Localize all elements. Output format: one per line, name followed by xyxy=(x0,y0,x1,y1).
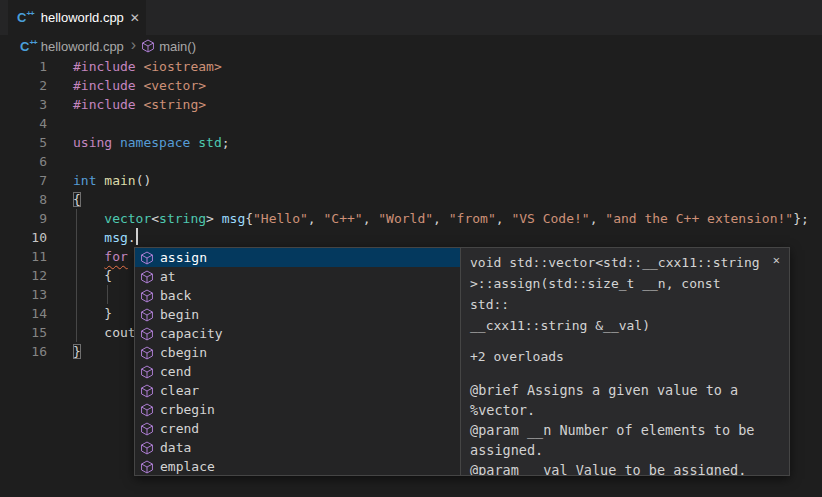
suggest-item-label: crbegin xyxy=(160,402,215,417)
symbol-method-icon xyxy=(139,269,155,285)
code-line[interactable]: 5using namespace std; xyxy=(0,133,822,152)
tab-bar: C++ helloworld.cpp ✕ xyxy=(0,0,822,35)
suggest-item-cend[interactable]: cend xyxy=(135,362,460,381)
symbol-method-icon xyxy=(139,440,155,456)
cpp-file-icon: C++ xyxy=(20,40,37,53)
symbol-method-icon xyxy=(139,383,155,399)
code-text: for xyxy=(73,247,128,266)
suggest-widget: assign at back begin capacity cbegin cen… xyxy=(134,247,790,476)
line-number: 8 xyxy=(0,190,47,209)
line-number: 11 xyxy=(0,247,47,266)
vscode-window: C++ helloworld.cpp ✕ C++ helloworld.cpp … xyxy=(0,0,822,497)
code-text: using namespace std; xyxy=(73,133,230,152)
symbol-method-icon xyxy=(139,402,155,418)
cpp-icon-plus: ++ xyxy=(29,39,36,47)
code-text: msg. xyxy=(73,228,138,247)
symbol-method-icon xyxy=(139,345,155,361)
suggest-item-back[interactable]: back xyxy=(135,286,460,305)
symbol-method-icon xyxy=(139,421,155,437)
suggest-item-emplace[interactable]: emplace xyxy=(135,457,460,475)
suggest-list: assign at back begin capacity cbegin cen… xyxy=(135,248,461,475)
line-number: 9 xyxy=(0,209,47,228)
code-text: } xyxy=(73,342,81,361)
suggest-item-label: cbegin xyxy=(160,345,207,360)
code-text: cout xyxy=(73,323,136,342)
overloads-link[interactable]: +2 overloads xyxy=(470,349,763,364)
suggest-item-capacity[interactable]: capacity xyxy=(135,324,460,343)
indent-guide xyxy=(76,209,77,342)
code-line[interactable]: 10 msg. xyxy=(0,228,822,247)
suggest-item-label: begin xyxy=(160,307,199,322)
code-line[interactable]: 9 vector<string> msg{"Hello", "C++", "Wo… xyxy=(0,209,822,228)
code-text: } xyxy=(73,304,112,323)
line-number: 13 xyxy=(0,285,47,304)
symbol-method-icon xyxy=(139,364,155,380)
code-editor[interactable]: 1#include <iostream>2#include <vector>3#… xyxy=(0,57,822,497)
suggest-item-label: capacity xyxy=(160,326,223,341)
signature-line: __cxx11::string &__val) xyxy=(470,315,763,336)
suggest-docs-panel: ✕ void std::vector<std::__cxx11::string>… xyxy=(461,248,789,475)
line-number: 5 xyxy=(0,133,47,152)
symbol-method-icon xyxy=(139,459,155,475)
code-text: #include <vector> xyxy=(73,76,206,95)
suggest-item-cbegin[interactable]: cbegin xyxy=(135,343,460,362)
code-text: #include <string> xyxy=(73,95,206,114)
cpp-file-icon: C++ xyxy=(17,11,34,24)
suggest-item-label: assign xyxy=(160,250,207,265)
code-line[interactable]: 7int main() xyxy=(0,171,822,190)
cpp-icon-plus: ++ xyxy=(26,10,33,18)
symbol-method-icon xyxy=(139,326,155,342)
line-number: 15 xyxy=(0,323,47,342)
tab-helloworld-cpp[interactable]: C++ helloworld.cpp ✕ xyxy=(8,0,146,35)
line-number: 3 xyxy=(0,95,47,114)
symbol-method-icon xyxy=(139,250,155,266)
code-line[interactable]: 8{ xyxy=(0,190,822,209)
docs-line: @param __val Value to be assigned. xyxy=(470,460,763,475)
cpp-icon-letter: C xyxy=(17,11,26,24)
suggest-item-assign[interactable]: assign xyxy=(135,248,460,267)
chevron-right-icon: › xyxy=(131,36,136,54)
suggest-item-data[interactable]: data xyxy=(135,438,460,457)
code-text: { xyxy=(73,190,81,209)
breadcrumb-file[interactable]: helloworld.cpp xyxy=(41,39,124,54)
suggest-item-begin[interactable]: begin xyxy=(135,305,460,324)
line-number: 2 xyxy=(0,76,47,95)
suggest-item-label: data xyxy=(160,440,191,455)
symbol-method-icon xyxy=(139,288,155,304)
code-text: int main() xyxy=(73,171,151,190)
suggest-item-label: at xyxy=(160,269,176,284)
text-cursor xyxy=(136,228,138,245)
signature-line: void std::vector<std::__cxx11::string xyxy=(470,252,763,273)
line-number: 16 xyxy=(0,342,47,361)
code-text: vector<string> msg{"Hello", "C++", "Worl… xyxy=(73,209,809,228)
indent-guide xyxy=(107,285,108,304)
suggest-docs-body: @brief Assigns a given value to a %vecto… xyxy=(470,380,763,475)
line-number: 1 xyxy=(0,57,47,76)
symbol-method-icon xyxy=(141,39,155,53)
code-text: { xyxy=(73,266,112,285)
breadcrumb-symbol[interactable]: main() xyxy=(159,39,196,54)
code-line[interactable]: 4 xyxy=(0,114,822,133)
suggest-item-crbegin[interactable]: crbegin xyxy=(135,400,460,419)
close-icon[interactable]: ✕ xyxy=(773,253,780,267)
suggest-item-at[interactable]: at xyxy=(135,267,460,286)
suggest-item-label: back xyxy=(160,288,191,303)
suggest-item-label: emplace xyxy=(160,459,215,474)
line-number: 10 xyxy=(0,228,47,247)
code-line[interactable]: 3#include <string> xyxy=(0,95,822,114)
docs-line: @brief Assigns a given value to a %vecto… xyxy=(470,380,763,420)
code-line[interactable]: 2#include <vector> xyxy=(0,76,822,95)
tab-close-icon[interactable]: ✕ xyxy=(130,11,140,25)
suggest-item-clear[interactable]: clear xyxy=(135,381,460,400)
suggest-item-crend[interactable]: crend xyxy=(135,419,460,438)
suggest-item-label: cend xyxy=(160,364,191,379)
suggest-docs-signature: void std::vector<std::__cxx11::string>::… xyxy=(470,252,763,336)
line-number: 12 xyxy=(0,266,47,285)
signature-line: >::assign(std::size_t __n, const std:: xyxy=(470,273,763,315)
code-text: #include <iostream> xyxy=(73,57,222,76)
code-line[interactable]: 1#include <iostream> xyxy=(0,57,822,76)
line-number: 14 xyxy=(0,304,47,323)
code-line[interactable]: 6 xyxy=(0,152,822,171)
suggest-item-label: crend xyxy=(160,421,199,436)
line-number: 6 xyxy=(0,152,47,171)
